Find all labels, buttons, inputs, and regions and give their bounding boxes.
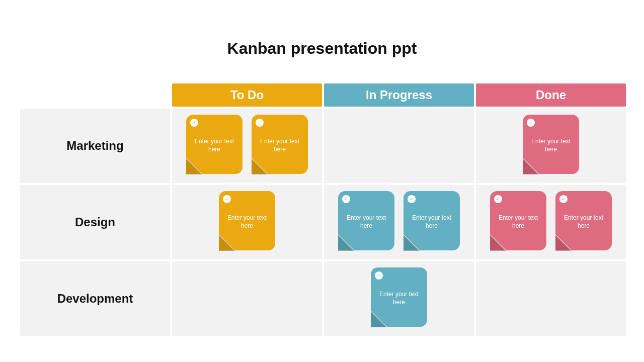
cell-design-done: Enter your text hereEnter your text here [476, 185, 626, 259]
kanban-card[interactable]: Enter your text here [371, 267, 427, 327]
card-fold [252, 159, 267, 174]
kanban-card[interactable]: Enter your text here [219, 191, 275, 250]
check-icon [408, 195, 416, 203]
check-icon [527, 119, 535, 127]
card-fold [186, 159, 201, 174]
card-text: Enter your text here [528, 138, 574, 153]
card-text: Enter your text here [560, 214, 607, 230]
check-icon [256, 119, 264, 127]
card-text: Enter your text here [257, 138, 303, 153]
card-fold [555, 235, 571, 250]
card-fold [490, 235, 505, 250]
kanban-card[interactable]: Enter your text here [404, 191, 460, 250]
card-text: Enter your text here [191, 138, 237, 153]
check-icon [375, 272, 383, 280]
cell-development-progress: Enter your text here [324, 261, 474, 336]
kanban-corner [20, 83, 170, 107]
row-header-marketing: Marketing [20, 109, 170, 183]
kanban-board: To Do In Progress Done Marketing Enter y… [18, 81, 628, 338]
card-text: Enter your text here [343, 214, 389, 230]
card-fold [404, 235, 419, 250]
card-fold [523, 159, 538, 174]
kanban-card[interactable]: Enter your text here [186, 115, 243, 174]
kanban-card[interactable]: Enter your text here [490, 191, 546, 250]
cell-marketing-progress [324, 109, 474, 183]
card-fold [338, 235, 353, 250]
kanban-card[interactable]: Enter your text here [338, 191, 394, 250]
column-header-done: Done [476, 83, 626, 107]
cell-design-progress: Enter your text hereEnter your text here [324, 185, 474, 259]
kanban-card[interactable]: Enter your text here [555, 191, 612, 250]
row-header-development: Development [20, 261, 170, 336]
check-icon [342, 195, 350, 203]
card-fold [219, 235, 234, 250]
page-title: Kanban presentation ppt [0, 0, 644, 58]
cell-development-todo [172, 261, 322, 336]
cell-development-done [476, 261, 626, 336]
row-header-design: Design [20, 185, 170, 259]
card-text: Enter your text here [495, 214, 541, 230]
column-header-progress: In Progress [324, 83, 474, 107]
card-fold [371, 312, 386, 327]
check-icon [223, 195, 231, 203]
check-icon [559, 195, 568, 203]
cell-design-todo: Enter your text here [172, 185, 322, 259]
cell-marketing-done: Enter your text here [476, 109, 626, 183]
cell-marketing-todo: Enter your text hereEnter your text here [172, 109, 322, 183]
kanban-card[interactable]: Enter your text here [252, 115, 308, 174]
card-text: Enter your text here [224, 214, 270, 230]
card-text: Enter your text here [409, 214, 455, 230]
card-text: Enter your text here [376, 291, 422, 306]
check-icon [494, 195, 502, 203]
check-icon [190, 119, 198, 127]
column-header-todo: To Do [172, 83, 322, 107]
kanban-card[interactable]: Enter your text here [523, 115, 579, 174]
